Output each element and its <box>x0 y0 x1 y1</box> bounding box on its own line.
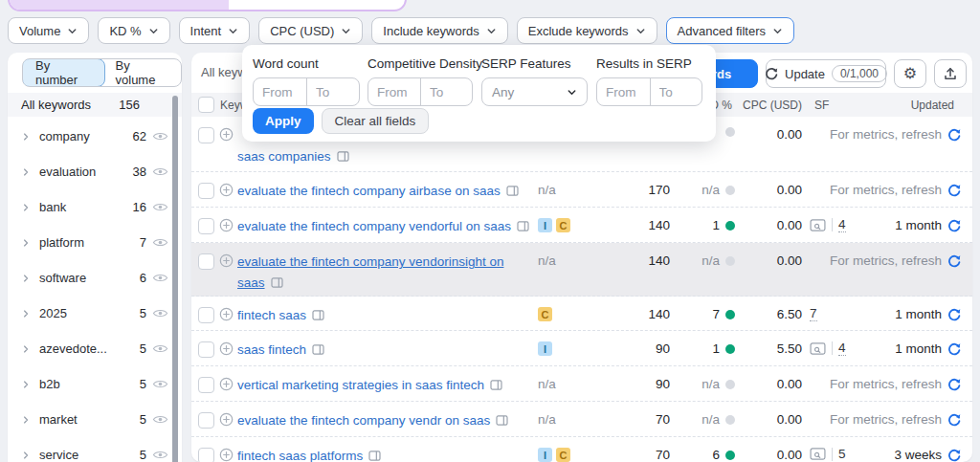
refresh-metrics-icon[interactable] <box>947 184 961 197</box>
row-checkbox[interactable] <box>198 253 214 270</box>
keyword-link[interactable]: fintech saas platforms <box>237 449 363 462</box>
add-keyword-icon[interactable] <box>219 448 234 462</box>
refresh-metrics-icon[interactable] <box>947 413 961 427</box>
filter-chip-intent[interactable]: Intent <box>179 17 251 44</box>
results-in-serp-from-input[interactable] <box>597 78 650 105</box>
serp-doc-icon[interactable] <box>490 376 502 397</box>
serp-doc-icon[interactable] <box>312 341 324 362</box>
table-row[interactable]: vertical marketing strategies in saas fi… <box>191 366 972 402</box>
sidebar-item-all-keywords[interactable]: All keywords 156 <box>8 93 182 117</box>
toggle-by-volume[interactable]: By volume <box>104 59 181 86</box>
add-keyword-icon[interactable] <box>219 127 234 142</box>
serp-doc-icon[interactable] <box>506 182 519 203</box>
refresh-metrics-icon[interactable] <box>947 219 961 232</box>
eye-icon[interactable] <box>152 308 168 319</box>
row-checkbox[interactable] <box>198 377 214 393</box>
serp-features-select[interactable]: Any <box>481 77 588 106</box>
serp-doc-icon[interactable] <box>312 306 324 327</box>
row-checkbox[interactable] <box>198 183 214 199</box>
toggle-by-number[interactable]: By number <box>22 58 105 87</box>
filter-chip-cpc-usd-[interactable]: CPC (USD) <box>258 17 363 44</box>
sidebar-group-row[interactable]: 20255 <box>8 296 182 331</box>
add-keyword-icon[interactable] <box>219 307 234 321</box>
table-row[interactable]: evaluate the fintech company vendorinsig… <box>191 243 972 297</box>
sidebar-group-row[interactable]: software6 <box>8 260 182 296</box>
clear-all-fields-button[interactable]: Clear all fields <box>322 108 430 134</box>
sidebar-group-row[interactable]: service5 <box>8 437 182 462</box>
table-row[interactable]: fintech saas platformsIC7060.0053 weeks <box>191 437 972 462</box>
settings-button[interactable]: ⚙ <box>894 59 926 88</box>
keyword-link[interactable]: evaluate the fintech company vendr on sa… <box>237 413 490 428</box>
filter-chip-include-keywords[interactable]: Include keywords <box>371 17 507 44</box>
sidebar-group-row[interactable]: evaluation38 <box>8 154 182 189</box>
col-cpc[interactable]: CPC (USD) <box>735 99 802 112</box>
table-row[interactable]: saas fintechI9015.5041 month <box>191 331 972 366</box>
keyword-link[interactable]: evaluate the fintech company vendorinsig… <box>237 254 503 269</box>
add-keyword-icon[interactable] <box>219 412 234 427</box>
eye-icon[interactable] <box>152 379 168 389</box>
eye-icon[interactable] <box>152 166 168 177</box>
eye-icon[interactable] <box>152 273 168 283</box>
results-in-serp-to-input[interactable] <box>650 78 702 105</box>
add-keyword-icon[interactable] <box>219 183 234 197</box>
word-count-from-input[interactable] <box>254 78 306 105</box>
row-checkbox[interactable] <box>198 448 214 462</box>
table-row[interactable]: evaluate the fintech company vendorful o… <box>191 208 972 243</box>
sidebar-group-row[interactable]: azevedote...5 <box>8 331 182 366</box>
row-checkbox[interactable] <box>198 218 214 234</box>
competitive-density-to-input[interactable] <box>420 78 472 105</box>
col-updated[interactable]: Updated <box>818 99 954 112</box>
refresh-metrics-icon[interactable] <box>947 449 961 462</box>
serp-doc-icon[interactable] <box>337 147 349 168</box>
sidebar-group-row[interactable]: market5 <box>8 402 182 437</box>
eye-icon[interactable] <box>152 202 168 212</box>
add-keyword-icon[interactable] <box>219 377 234 391</box>
refresh-metrics-icon[interactable] <box>947 342 961 356</box>
serp-doc-icon[interactable] <box>368 447 381 462</box>
refresh-metrics-icon[interactable] <box>947 378 961 391</box>
refresh-metrics-icon[interactable] <box>947 254 961 268</box>
filter-chip-kd-[interactable]: KD % <box>98 17 169 44</box>
keyword-link[interactable]: saas <box>237 275 265 290</box>
filter-chip-exclude-keywords[interactable]: Exclude keywords <box>517 17 657 44</box>
eye-icon[interactable] <box>152 450 168 460</box>
row-checkbox[interactable] <box>198 341 214 358</box>
sidebar-group-row[interactable]: platform7 <box>8 225 182 260</box>
filter-chip-volume[interactable]: Volume <box>8 17 89 44</box>
row-checkbox[interactable] <box>198 412 214 429</box>
keyword-link[interactable]: evaluate the fintech company airbase on … <box>237 184 501 198</box>
keyword-link[interactable]: vertical marketing strategies in saas fi… <box>237 378 484 392</box>
add-keyword-icon[interactable] <box>219 218 234 232</box>
filter-chip-advanced-filters[interactable]: Advanced filters <box>666 17 795 44</box>
serp-doc-icon[interactable] <box>496 411 508 432</box>
sidebar-group-row[interactable]: bank16 <box>8 189 182 225</box>
row-checkbox[interactable] <box>198 307 214 323</box>
add-keyword-icon[interactable] <box>219 253 234 268</box>
eye-icon[interactable] <box>152 237 168 248</box>
update-button[interactable]: Update 0/1,000 <box>766 59 886 88</box>
keyword-link[interactable]: fintech saas <box>237 308 306 322</box>
search-bar-remnant[interactable] <box>8 0 407 11</box>
keyword-link[interactable]: saas fintech <box>237 342 306 357</box>
sf-count[interactable]: 7 <box>810 306 817 321</box>
apply-button[interactable]: Apply <box>253 108 314 134</box>
eye-icon[interactable] <box>152 414 168 425</box>
keyword-link[interactable]: evaluate the fintech company vendorful o… <box>237 219 511 233</box>
keyword-link[interactable]: saas companies <box>237 149 331 164</box>
row-checkbox[interactable] <box>198 127 214 143</box>
table-row[interactable]: evaluate the fintech company airbase on … <box>191 172 972 208</box>
serp-doc-icon[interactable] <box>517 217 529 238</box>
word-count-to-input[interactable] <box>306 78 359 105</box>
eye-icon[interactable] <box>152 343 168 354</box>
sidebar-group-row[interactable]: company62 <box>8 119 182 154</box>
sidebar-scrollbar[interactable] <box>172 96 178 462</box>
table-row[interactable]: evaluate the fintech company vendr on sa… <box>191 402 972 437</box>
competitive-density-from-input[interactable] <box>368 78 420 105</box>
select-all-checkbox[interactable] <box>198 97 214 113</box>
refresh-metrics-icon[interactable] <box>947 128 961 142</box>
export-button[interactable] <box>934 59 967 88</box>
sidebar-group-row[interactable]: b2b5 <box>8 366 182 402</box>
refresh-metrics-icon[interactable] <box>947 308 961 321</box>
table-row[interactable]: fintech saasC14076.5071 month <box>191 297 972 331</box>
add-keyword-icon[interactable] <box>219 341 234 356</box>
